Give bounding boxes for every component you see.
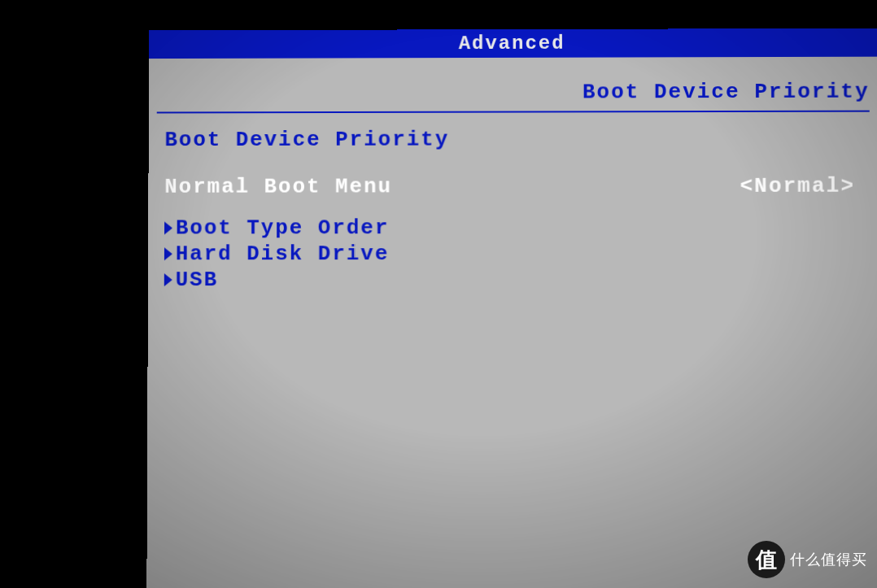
triangle-right-icon: [164, 247, 172, 260]
bios-screen: Advanced Boot Device Priority Boot Devic…: [146, 28, 877, 588]
section-title: Boot Device Priority: [164, 127, 861, 152]
triangle-right-icon: [164, 222, 172, 235]
submenu-label: Boot Type Order: [176, 215, 390, 241]
submenu-list: Boot Type Order Hard Disk Drive USB: [164, 215, 862, 293]
header-tab-advanced[interactable]: Advanced: [149, 28, 877, 59]
normal-boot-menu-row[interactable]: Normal Boot Menu <Normal>: [164, 174, 862, 199]
normal-boot-value: <Normal>: [740, 174, 862, 198]
normal-boot-label: Normal Boot Menu: [164, 174, 392, 198]
submenu-label: Hard Disk Drive: [176, 241, 390, 267]
watermark: 值 什么值得买: [748, 541, 867, 578]
watermark-logo-icon: 值: [748, 541, 785, 578]
header-tab-label: Advanced: [459, 33, 565, 54]
submenu-hard-disk-drive[interactable]: Hard Disk Drive: [164, 241, 862, 267]
content-area: Boot Device Priority Normal Boot Menu <N…: [148, 112, 877, 307]
submenu-usb[interactable]: USB: [164, 267, 862, 293]
submenu-label: USB: [176, 267, 219, 293]
triangle-right-icon: [164, 273, 172, 286]
watermark-text: 什么值得买: [790, 550, 867, 569]
submenu-boot-type-order[interactable]: Boot Type Order: [164, 215, 862, 242]
page-title: Boot Device Priority: [157, 57, 870, 114]
